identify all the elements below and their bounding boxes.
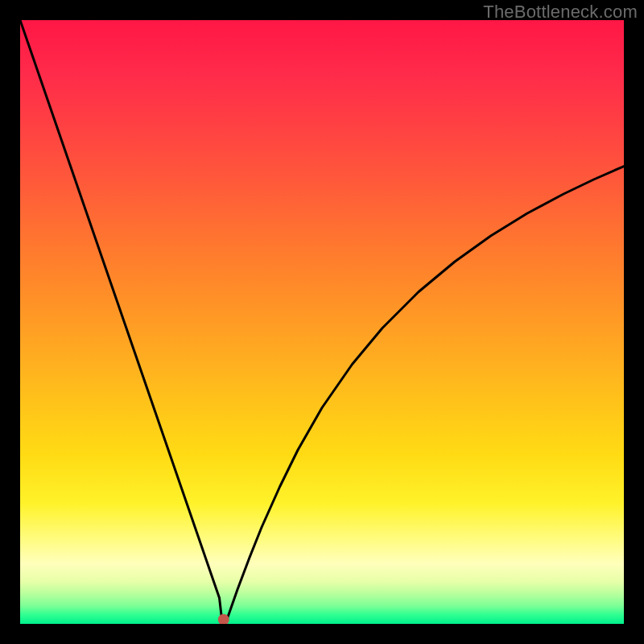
chart-frame: TheBottleneck.com [0, 0, 644, 644]
chart-plot-area [20, 20, 624, 624]
chart-svg [20, 20, 624, 624]
bottleneck-curve [20, 20, 624, 624]
watermark-text: TheBottleneck.com [483, 2, 638, 23]
